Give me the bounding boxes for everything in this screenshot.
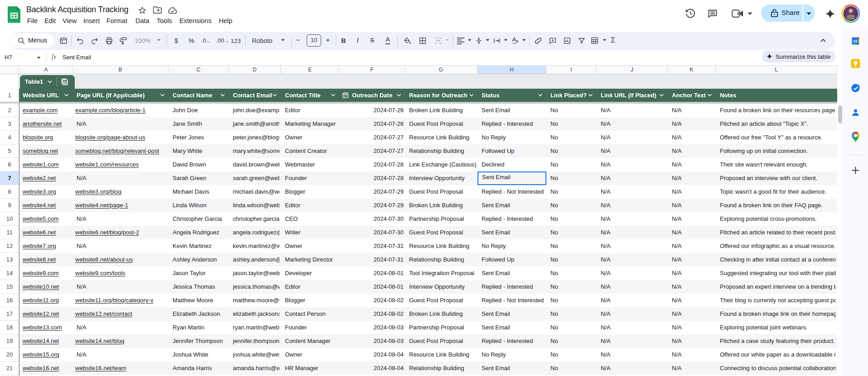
svg-text:31: 31 — [853, 39, 858, 43]
